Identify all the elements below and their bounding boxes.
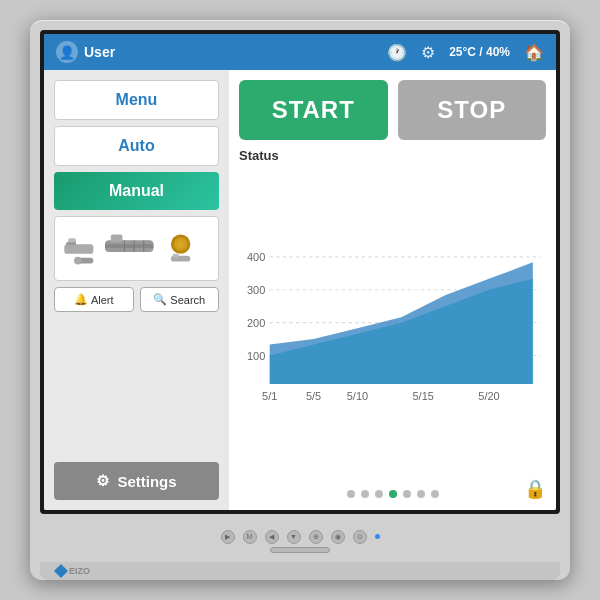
chart-container: 400 300 200 100 [239, 167, 546, 486]
svg-point-11 [177, 240, 185, 248]
dot-1[interactable] [347, 490, 355, 498]
home-icon[interactable]: 🏠 [524, 43, 544, 62]
brand-name: EIZO [69, 566, 90, 576]
svg-text:400: 400 [247, 251, 265, 263]
alert-button[interactable]: 🔔 Alert [54, 287, 134, 312]
screen: 👤 User 🕐 ⚙ 25°C / 40% 🏠 Menu Auto Manual [44, 34, 556, 510]
monitor-btn-1[interactable]: ▶ [221, 530, 235, 544]
svg-text:200: 200 [247, 317, 265, 329]
screen-bezel: 👤 User 🕐 ⚙ 25°C / 40% 🏠 Menu Auto Manual [40, 30, 560, 514]
manual-button[interactable]: Manual [54, 172, 219, 210]
chart-title: Status [239, 148, 546, 163]
right-panel: START STOP Status 400 300 200 100 [229, 70, 556, 510]
temperature-display: 25°C / 40% [449, 45, 510, 59]
svg-text:5/5: 5/5 [306, 391, 321, 403]
monitor-handle [270, 547, 330, 553]
power-led [375, 534, 380, 539]
username-label: User [84, 44, 115, 60]
filter-icon[interactable]: ⚙ [421, 43, 435, 62]
dot-3[interactable] [375, 490, 383, 498]
monitor-btn-7[interactable]: ⊙ [353, 530, 367, 544]
monitor-btn-6[interactable]: ◉ [331, 530, 345, 544]
settings-button[interactable]: ⚙ Settings [54, 462, 219, 500]
monitor-stand-base: EIZO [40, 562, 560, 580]
svg-point-15 [74, 257, 82, 265]
svg-text:5/15: 5/15 [413, 391, 434, 403]
gear-icon: ⚙ [96, 472, 109, 490]
header-bar: 👤 User 🕐 ⚙ 25°C / 40% 🏠 [44, 34, 556, 70]
monitor-bottom-bar: ▶ M ◀ ▼ ⊕ ◉ ⊙ [40, 520, 560, 562]
action-buttons: 🔔 Alert 🔍 Search [54, 287, 219, 312]
clock-icon[interactable]: 🕐 [387, 43, 407, 62]
monitor-btn-5[interactable]: ⊕ [309, 530, 323, 544]
svg-text:5/10: 5/10 [347, 391, 368, 403]
svg-rect-2 [66, 242, 76, 245]
dot-7[interactable] [431, 490, 439, 498]
dot-5[interactable] [403, 490, 411, 498]
dot-4-active[interactable] [389, 490, 397, 498]
eizo-diamond-icon [54, 564, 68, 578]
svg-text:300: 300 [247, 284, 265, 296]
svg-rect-5 [105, 244, 153, 248]
svg-text:5/20: 5/20 [478, 391, 499, 403]
menu-button[interactable]: Menu [54, 80, 219, 120]
lock-icon[interactable]: 🔒 [524, 478, 546, 500]
main-content: Menu Auto Manual [44, 70, 556, 510]
stop-button[interactable]: STOP [398, 80, 547, 140]
dot-6[interactable] [417, 490, 425, 498]
svg-rect-13 [173, 254, 179, 258]
header-left: 👤 User [56, 41, 387, 63]
parts-image [54, 216, 219, 281]
svg-text:5/1: 5/1 [262, 391, 277, 403]
monitor-controls: ▶ M ◀ ▼ ⊕ ◉ ⊙ [221, 530, 380, 544]
left-panel: Menu Auto Manual [44, 70, 229, 510]
monitor-btn-4[interactable]: ▼ [287, 530, 301, 544]
monitor-btn-2[interactable]: M [243, 530, 257, 544]
pagination-dots: 🔒 [239, 486, 546, 500]
dot-2[interactable] [361, 490, 369, 498]
monitor-btn-3[interactable]: ◀ [265, 530, 279, 544]
header-right: 🕐 ⚙ 25°C / 40% 🏠 [387, 43, 544, 62]
chart-section: Status 400 300 200 100 [239, 148, 546, 500]
start-stop-row: START STOP [239, 80, 546, 140]
start-button[interactable]: START [239, 80, 388, 140]
search-icon: 🔍 [153, 293, 167, 306]
user-icon: 👤 [56, 41, 78, 63]
svg-rect-4 [111, 234, 123, 242]
auto-button[interactable]: Auto [54, 126, 219, 166]
svg-text:100: 100 [247, 350, 265, 362]
search-button[interactable]: 🔍 Search [140, 287, 220, 312]
eizo-logo: EIZO [56, 566, 90, 576]
bell-icon: 🔔 [74, 293, 88, 306]
monitor: 👤 User 🕐 ⚙ 25°C / 40% 🏠 Menu Auto Manual [30, 20, 570, 580]
svg-rect-0 [64, 244, 93, 254]
